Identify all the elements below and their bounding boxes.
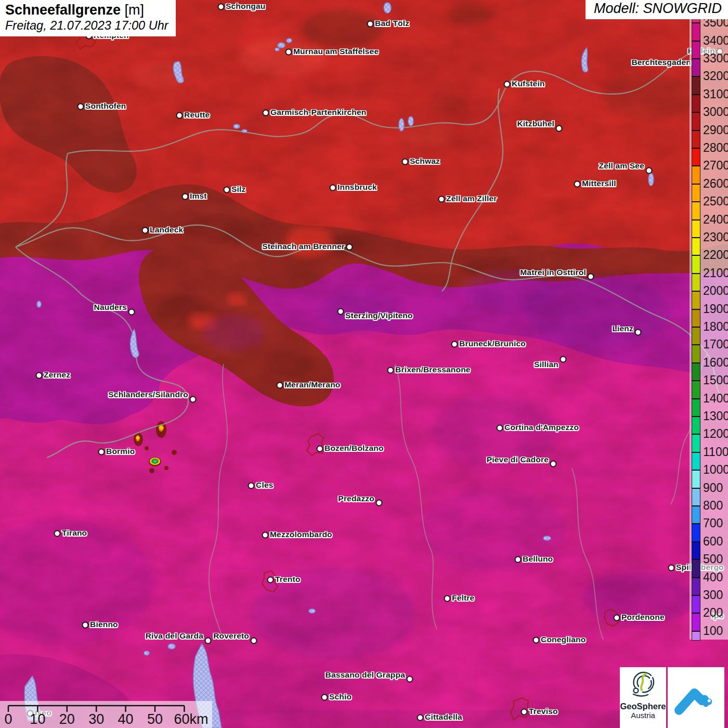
city-dot — [646, 167, 653, 174]
city-label: Sonthofen — [85, 101, 126, 111]
city-label: Bienno — [90, 620, 118, 629]
city-dot — [248, 483, 255, 489]
city-label: Murnau am Staffelsee — [293, 47, 379, 56]
city-label: Innsbruck — [337, 183, 377, 192]
legend-segment — [692, 41, 700, 59]
city-label: Mezzolombardo — [270, 530, 332, 539]
legend-tick — [692, 309, 700, 310]
legend-tick-label: 3400 — [703, 33, 728, 47]
model-label: Modell: SNOWGRID — [586, 0, 728, 19]
city-label: Silz — [231, 185, 246, 194]
legend-tick — [692, 613, 700, 614]
city-label: Berchtesgaden — [631, 58, 691, 67]
legend-tick — [692, 362, 700, 363]
city-dot — [262, 532, 269, 539]
map-title: Schneefallgrenze [m] — [5, 2, 168, 18]
legend-tick-label: 1500 — [703, 373, 728, 387]
city-label: Pordenone — [621, 613, 665, 622]
city-label: Schongau — [226, 2, 266, 11]
city-label: Steinach am Brenner — [262, 242, 345, 251]
city-label: Meran/Merano — [284, 380, 340, 389]
legend-tick-label: 100 — [703, 623, 723, 638]
city-dot — [317, 446, 323, 452]
map-datetime: Freitag, 21.07.2023 17:00 Uhr — [5, 19, 168, 33]
city-dot — [402, 159, 409, 165]
city-dot — [263, 110, 269, 116]
legend-tick-label: 900 — [703, 480, 723, 495]
title-text: Schneefallgrenze — [5, 2, 121, 18]
city-dot — [251, 638, 257, 644]
legend-tick — [692, 577, 700, 578]
legend-tick — [692, 219, 700, 220]
legend-tick — [692, 595, 700, 596]
legend-tick — [692, 94, 700, 95]
geosphere-logo-org: GeoSphere — [620, 701, 666, 711]
title-unit: [m] — [125, 2, 145, 18]
legend-tick-label: 2100 — [703, 266, 728, 280]
legend-segment — [692, 309, 700, 327]
legend-tick-label: 1000 — [703, 463, 728, 477]
city-dot — [504, 81, 511, 88]
legend-tick-label: 3100 — [703, 87, 728, 101]
legend-segment — [692, 291, 700, 309]
city-dot — [346, 244, 353, 251]
legend-tick-label: 2000 — [703, 284, 728, 298]
city-label: Mittersill — [582, 179, 616, 188]
city-dot — [515, 556, 522, 563]
legend-tick-label: 2400 — [703, 212, 728, 226]
legend-segment — [692, 399, 700, 417]
weather-map: SchongauBad TölzKemptenMurnau am Staffel… — [0, 0, 728, 728]
scale-bar-label: 30 — [88, 711, 104, 727]
scale-bar-label: 0 — [4, 711, 12, 727]
legend-tick-label: 1800 — [703, 320, 728, 334]
legend-segment — [692, 578, 700, 595]
city-label: Kufstein — [512, 79, 545, 88]
legend-segment — [692, 381, 700, 398]
legend-segment — [692, 417, 700, 434]
city-label: Brixen/Bressanone — [395, 365, 471, 374]
legend-segment — [692, 184, 700, 202]
city-dot — [521, 709, 528, 716]
city-label: Pieve di Cadore — [487, 455, 549, 464]
title-box: Schneefallgrenze [m] Freitag, 21.07.2023… — [0, 0, 176, 36]
city-dot — [550, 461, 557, 467]
legend-tick — [692, 41, 700, 42]
legend-tick — [692, 470, 700, 471]
legend-segment — [692, 542, 700, 560]
city-dot — [614, 615, 620, 621]
legend-segment — [692, 220, 700, 238]
legend-segment — [692, 148, 700, 166]
legend-tick — [692, 344, 700, 345]
legend-segment — [692, 274, 700, 291]
legend-tick — [692, 488, 700, 489]
legend-segment — [692, 488, 700, 506]
legend-tick — [692, 398, 700, 399]
city-dot — [267, 577, 274, 583]
city-dot — [36, 372, 43, 379]
city-dot — [142, 227, 149, 234]
city-label: Matrei in Osttirol — [520, 268, 586, 277]
legend-tick — [692, 148, 700, 149]
legend-tick-label: 2800 — [703, 141, 728, 155]
legend-segment — [692, 631, 700, 640]
legend-tick-label: 1900 — [703, 302, 728, 316]
legend-segment — [692, 613, 700, 631]
legend-segment — [692, 202, 700, 219]
city-label: Reutte — [184, 110, 210, 120]
city-dot — [574, 181, 581, 188]
legend-tick — [692, 434, 700, 435]
city-label: Schwaz — [410, 157, 440, 166]
legend-tick-label: 2700 — [703, 159, 728, 173]
scale-bar-label: 40 — [118, 711, 134, 727]
legend-tick — [692, 201, 700, 202]
city-dot — [533, 637, 540, 644]
legend-tick-label: 3300 — [703, 51, 728, 66]
legend-tick — [692, 505, 700, 506]
legend-segment — [692, 345, 700, 362]
legend-segment — [692, 76, 700, 94]
city-label: Treviso — [529, 707, 558, 716]
legend-tick-label: 2900 — [703, 123, 728, 137]
legend-tick-label: 2300 — [703, 230, 728, 244]
city-label: Riva del Garda — [146, 631, 203, 641]
city-dot — [417, 714, 424, 721]
